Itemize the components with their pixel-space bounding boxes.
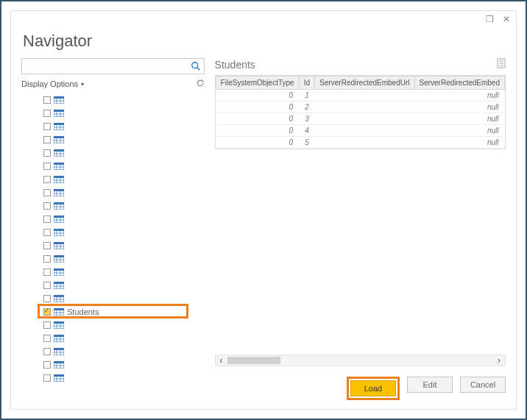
search-box[interactable] [21,58,205,74]
tree-item[interactable] [21,213,190,226]
table-tree[interactable]: Students [21,93,205,400]
tree-item[interactable] [21,266,190,279]
table-cell: null [414,137,505,149]
table-icon [54,176,64,183]
column-header[interactable]: FileSystemObjectType [216,76,299,90]
checkbox[interactable] [43,361,51,369]
tree-item[interactable] [21,292,190,305]
tree-item[interactable] [21,93,190,107]
svg-rect-93 [54,335,64,337]
svg-rect-48 [54,216,64,218]
checkbox[interactable] [43,96,51,104]
table-icon [54,321,64,329]
checkbox[interactable] [43,216,51,223]
checkbox[interactable] [43,348,51,355]
scroll-left-icon[interactable]: ‹ [216,355,227,366]
tree-item[interactable] [21,199,190,213]
checkbox[interactable] [43,110,51,117]
table-icon [54,163,64,170]
tree-item[interactable] [21,332,190,345]
search-input[interactable] [22,60,191,72]
table-cell: 0 [216,125,299,137]
close-icon[interactable]: ✕ [503,14,510,24]
preview-options-icon[interactable] [497,58,506,71]
load-button[interactable]: Load [350,380,396,396]
checkbox[interactable] [43,255,51,263]
tree-item[interactable] [21,252,190,266]
refresh-icon[interactable] [196,79,205,89]
search-icon[interactable] [191,61,201,71]
table-cell: null [414,113,505,125]
svg-rect-3 [54,96,64,99]
checkbox[interactable] [43,268,51,276]
tree-item[interactable] [21,133,190,146]
checkbox[interactable] [43,176,51,183]
checkbox[interactable] [43,282,51,289]
column-header[interactable]: ServerRedirectedEmbedUrl [315,76,414,90]
tree-item[interactable] [21,318,190,332]
svg-rect-78 [54,295,64,297]
edit-button[interactable]: Edit [407,377,453,393]
tree-item[interactable] [21,146,190,160]
tree-item[interactable] [21,120,190,133]
chevron-down-icon: ▾ [81,81,84,88]
cancel-button[interactable]: Cancel [460,377,506,393]
checkbox[interactable] [43,136,51,143]
checkbox[interactable] [43,202,51,210]
svg-rect-88 [54,321,64,324]
table-icon [54,295,64,302]
checkbox[interactable] [43,374,51,382]
table-cell: 5 [299,137,315,149]
tree-item[interactable] [21,279,190,292]
tree-item[interactable] [21,345,190,358]
table-row[interactable]: 01null [216,90,504,102]
checkbox[interactable] [43,242,51,249]
checkbox[interactable] [43,149,51,157]
svg-rect-108 [54,374,64,377]
restore-icon[interactable]: ❐ [486,14,494,24]
table-cell: 0 [216,113,299,125]
table-icon [54,202,64,210]
tree-item[interactable] [21,186,190,199]
checkbox[interactable] [43,189,51,196]
table-icon [54,96,64,104]
svg-rect-103 [54,361,64,363]
tree-item[interactable] [21,358,190,371]
horizontal-scrollbar[interactable]: ‹ › [215,355,506,366]
display-options-dropdown[interactable]: Display Options ▾ [21,79,84,88]
scroll-track[interactable] [227,357,493,364]
svg-rect-8 [54,110,64,112]
checkbox[interactable] [43,123,51,130]
checkbox[interactable] [43,308,51,316]
tree-item[interactable] [21,371,190,385]
tree-item[interactable] [21,226,190,239]
tree-item-students[interactable]: Students [21,305,190,318]
scroll-right-icon[interactable]: › [493,355,505,366]
table-row[interactable]: 02null [216,102,504,113]
table-row[interactable]: 05null [216,137,504,149]
checkbox[interactable] [43,321,51,329]
tree-item[interactable] [21,173,190,186]
table-cell [315,113,414,125]
table-row[interactable]: 04null [216,125,504,137]
checkbox[interactable] [43,335,51,342]
tree-item[interactable] [21,239,190,252]
tree-item[interactable] [21,107,190,120]
column-header[interactable]: Id [299,76,315,90]
table-row[interactable]: 03null [216,113,504,125]
table-icon [54,335,64,342]
checkbox[interactable] [43,163,51,170]
table-cell: 4 [299,125,315,137]
column-header[interactable]: ServerRedirectedEmbed [414,76,505,90]
svg-rect-73 [54,282,64,284]
table-icon [54,110,64,117]
display-options-label: Display Options [21,79,78,88]
tree-item[interactable] [21,160,190,173]
scroll-thumb[interactable] [227,357,280,364]
page-title: Navigator [23,32,506,51]
svg-rect-18 [54,136,64,138]
svg-rect-13 [54,123,64,125]
svg-rect-58 [54,242,64,244]
checkbox[interactable] [43,229,51,236]
checkbox[interactable] [43,295,51,302]
